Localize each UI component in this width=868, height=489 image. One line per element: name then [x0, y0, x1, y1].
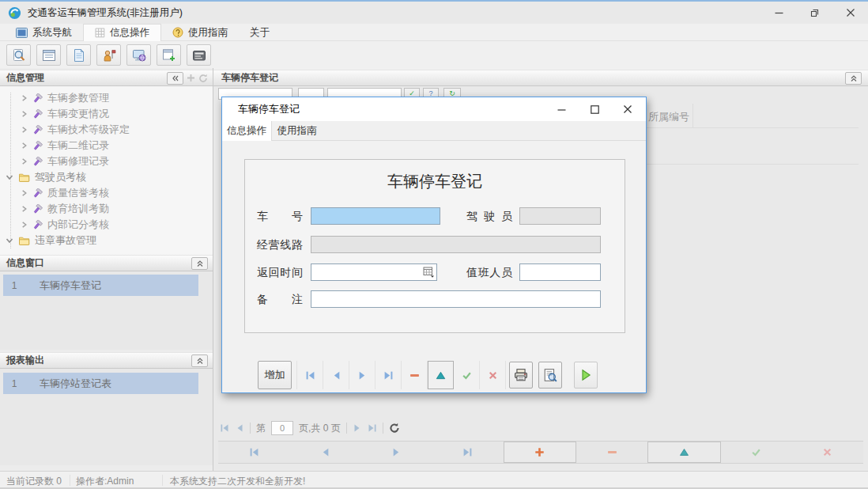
- console-icon: [192, 48, 206, 63]
- tree-item-training-attendance[interactable]: 教育培训考勤: [0, 201, 213, 217]
- driver-label: 驾驶员: [466, 207, 512, 225]
- tree-folder-driver-assessment[interactable]: 驾驶员考核: [0, 169, 213, 185]
- tree-item-vehicle-changes[interactable]: 车辆变更情况: [0, 106, 213, 122]
- collapse-left-icon: [172, 74, 179, 82]
- confirm-record-button[interactable]: [721, 442, 792, 463]
- last-record-icon: [462, 447, 473, 457]
- titlebar: 交通客运车辆管理系统(非注册用户): [0, 2, 868, 24]
- folder-icon: [18, 236, 30, 245]
- status-operator: 操作者:Admin: [76, 475, 134, 488]
- menu-item-system-nav[interactable]: 系统导航: [5, 24, 83, 41]
- collapse-left-button[interactable]: [167, 72, 183, 85]
- duty-input[interactable]: [519, 263, 601, 281]
- operator-icon: [102, 48, 116, 63]
- tool-icon: [32, 204, 43, 214]
- grid-column-header: 所属编号: [648, 110, 689, 124]
- guide-icon: [172, 27, 183, 38]
- form-view-button[interactable]: [36, 44, 61, 66]
- operator-button[interactable]: [96, 44, 121, 66]
- refresh-icon[interactable]: [389, 423, 400, 434]
- collapse-up-button[interactable]: [191, 354, 208, 367]
- sidebar-header-info-management: 信息管理: [0, 70, 213, 86]
- tree-item-tech-grade[interactable]: 车辆技术等级评定: [0, 122, 213, 138]
- duty-label: 值班人员: [466, 263, 512, 281]
- sidebar-header-info-windows: 信息窗口: [0, 255, 213, 271]
- collapse-record-button[interactable]: [647, 442, 720, 463]
- close-button[interactable]: [832, 2, 868, 24]
- tree-item-quality-credit[interactable]: 质量信誉考核: [0, 185, 213, 201]
- list-item-parking-report[interactable]: 1 车辆停站登记表: [3, 373, 198, 394]
- document-button[interactable]: [66, 44, 91, 66]
- collapse-up-button[interactable]: [845, 72, 862, 85]
- cancel-record-icon: [488, 370, 498, 381]
- dialog-tab-guide[interactable]: 使用指南: [272, 121, 322, 141]
- collapse-record-button[interactable]: [428, 361, 454, 389]
- plate-input[interactable]: [311, 207, 440, 225]
- next-record-button[interactable]: [349, 361, 376, 389]
- search-button[interactable]: [6, 44, 31, 66]
- collapse-up-button[interactable]: [191, 257, 208, 270]
- cancel-record-button[interactable]: [792, 442, 863, 463]
- return-time-input[interactable]: [311, 263, 437, 281]
- previous-page-icon[interactable]: [235, 423, 244, 433]
- delete-record-button[interactable]: [402, 361, 428, 389]
- add-record-button[interactable]: [504, 442, 576, 463]
- display-button[interactable]: [126, 44, 151, 66]
- app-logo-icon: [8, 6, 21, 20]
- info-windows-list: 1 车辆停车登记: [0, 271, 213, 350]
- tree-item-vehicle-params[interactable]: 车辆参数管理: [0, 90, 213, 106]
- delete-record-icon: [409, 370, 420, 381]
- separator: [250, 423, 251, 434]
- separator: [70, 475, 70, 486]
- page-number-input[interactable]: [271, 421, 293, 435]
- first-record-button[interactable]: [218, 442, 289, 463]
- menu-item-about[interactable]: 关于: [239, 24, 281, 41]
- print-button[interactable]: [509, 362, 533, 389]
- last-record-button[interactable]: [432, 442, 504, 463]
- last-record-button[interactable]: [376, 361, 402, 389]
- chevron-right-icon: [21, 126, 28, 134]
- first-page-icon[interactable]: [220, 423, 229, 433]
- tree-folder-violation-accidents[interactable]: 违章事故管理: [0, 233, 213, 248]
- last-page-icon[interactable]: [368, 423, 377, 433]
- menu-item-guide[interactable]: 使用指南: [161, 24, 239, 41]
- display-icon: [132, 48, 146, 63]
- previous-record-button[interactable]: [289, 442, 360, 463]
- console-button[interactable]: [187, 44, 211, 66]
- list-item-parking-register[interactable]: 1 车辆停车登记: [3, 275, 198, 296]
- add-button[interactable]: 增加: [258, 361, 292, 389]
- refresh-icon[interactable]: [198, 74, 208, 83]
- restore-button[interactable]: [797, 2, 832, 24]
- calendar-picker-icon: [423, 267, 435, 278]
- print-preview-button[interactable]: [538, 362, 562, 389]
- chevron-right-icon: [21, 205, 28, 213]
- previous-record-button[interactable]: [323, 361, 349, 389]
- tree-item-internal-scoring[interactable]: 内部记分考核: [0, 217, 213, 233]
- tree-item-2d-records[interactable]: 车辆二维记录: [0, 138, 213, 154]
- system-nav-icon: [16, 28, 28, 38]
- minimize-button[interactable]: [761, 2, 797, 24]
- tree-item-repair-records[interactable]: 车辆修理记录: [0, 154, 213, 169]
- grid-line: [647, 127, 859, 128]
- dialog-maximize-button[interactable]: [583, 97, 606, 121]
- dialog-close-button[interactable]: [616, 97, 640, 121]
- chevron-down-icon: [6, 173, 13, 181]
- run-button[interactable]: [574, 362, 598, 389]
- new-window-button[interactable]: [157, 44, 181, 66]
- confirm-record-button[interactable]: [454, 361, 480, 389]
- cancel-record-button[interactable]: [480, 361, 506, 389]
- next-page-icon[interactable]: [353, 423, 362, 433]
- date-picker-button[interactable]: [422, 266, 436, 279]
- cancel-record-icon: [822, 447, 832, 457]
- next-record-button[interactable]: [360, 442, 432, 463]
- separator: [383, 423, 383, 434]
- dialog-minimize-button[interactable]: [549, 97, 573, 121]
- delete-record-button[interactable]: [576, 442, 647, 463]
- plus-icon[interactable]: [187, 74, 195, 82]
- collapse-up-icon: [196, 260, 204, 267]
- first-record-button[interactable]: [297, 361, 323, 389]
- dialog-titlebar[interactable]: 车辆停车登记: [222, 97, 646, 121]
- dialog-tab-info-ops[interactable]: 信息操作: [222, 121, 272, 141]
- remark-input[interactable]: [311, 290, 601, 308]
- menu-item-info-ops[interactable]: 信息操作: [83, 24, 161, 41]
